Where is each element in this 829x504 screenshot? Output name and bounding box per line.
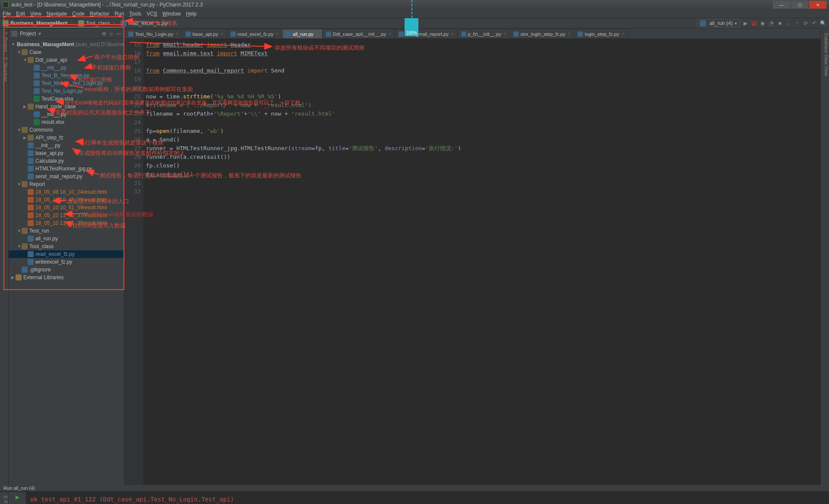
tool-dataview-tab[interactable]: Data View	[824, 54, 829, 76]
vcs-update-icon[interactable]: ↓	[785, 20, 792, 27]
expand-icon[interactable]: ▶	[23, 135, 28, 140]
tree-row[interactable]: Calculate.py	[9, 157, 124, 165]
close-tab-icon[interactable]: ×	[622, 32, 624, 36]
editor-tab[interactable]: p_fz\__init__.py×	[457, 29, 510, 38]
tree-row[interactable]: read_excel_fz.py	[9, 250, 124, 258]
tree-row[interactable]: ▼ Case	[9, 48, 124, 56]
editor-tab[interactable]: all_run.py×	[282, 29, 323, 38]
menu-window[interactable]: Window	[162, 11, 181, 17]
expand-icon[interactable]: ▼	[17, 128, 22, 132]
dropdown-icon[interactable]: ▾	[38, 31, 41, 37]
tree-row[interactable]: 18_05_10 11_00_37result.html	[9, 211, 124, 219]
tool-structure-tab[interactable]: 7: Structure	[0, 57, 8, 82]
collapse-icon[interactable]: ⊕	[102, 31, 106, 37]
close-tab-icon[interactable]: ×	[504, 32, 506, 36]
expand-icon[interactable]: ▶	[23, 104, 28, 109]
tree-row[interactable]: 18_05_10 10_45_39result.html	[9, 196, 124, 204]
breadcrumb-file[interactable]: read_excel_fz.py	[120, 20, 168, 26]
tree-row[interactable]: 18_05_08 18_10_24result.html	[9, 188, 124, 196]
close-tab-icon[interactable]: ×	[389, 32, 391, 36]
code-editor[interactable]: 151617181920212223242526272829303132 fro…	[124, 39, 820, 485]
vcs-history-icon[interactable]: ⟳	[802, 20, 809, 27]
tree-row[interactable]: all_run.py	[9, 235, 124, 243]
menu-file[interactable]: File	[3, 11, 11, 17]
tree-row[interactable]: result.xlsx	[9, 118, 124, 126]
menu-run[interactable]: Run	[114, 11, 124, 17]
maximize-button[interactable]: ▢	[791, 1, 808, 9]
tree-row[interactable]: ▼ Ddt_case_api	[9, 56, 124, 64]
expand-icon[interactable]: ▶	[11, 275, 16, 280]
tree-row[interactable]: TestCase.xlsx	[9, 95, 124, 103]
menu-edit[interactable]: Edit	[16, 11, 25, 17]
expand-icon[interactable]: ▼	[17, 182, 22, 186]
tree-row[interactable]: ▶ API_step_fz	[9, 134, 124, 142]
tree-row[interactable]: HTMLTestRunner_jpg.py	[9, 165, 124, 173]
tree-row[interactable]: 18_05_10 11_31_35result.html	[9, 219, 124, 227]
tree-row[interactable]: __init__.py	[9, 110, 124, 118]
editor-tab[interactable]: Test_No_Login.py×	[124, 29, 182, 38]
editor-tab[interactable]: Ddt_case_api\__init__.py×	[322, 29, 395, 38]
tool-project-tab[interactable]: 1: Project	[0, 32, 8, 52]
close-button[interactable]: ✕	[809, 1, 826, 9]
close-tab-icon[interactable]: ×	[276, 32, 278, 36]
search-icon[interactable]: 🔍	[820, 20, 826, 27]
menu-vcs[interactable]: VCS	[146, 11, 157, 17]
vcs-revert-icon[interactable]: ↶	[811, 20, 818, 27]
minimize-button[interactable]: —	[773, 1, 790, 9]
menu-refactor[interactable]: Refactor	[90, 11, 109, 17]
run-config-dropdown[interactable]: all_run (4)▾	[697, 19, 740, 28]
run-output[interactable]: ok test_api_01_122 (Ddt_case_api.Test_No…	[26, 492, 829, 504]
menu-view[interactable]: View	[30, 11, 41, 17]
close-tab-icon[interactable]: ×	[568, 32, 570, 36]
tree-row[interactable]: send_mail_report.py	[9, 173, 124, 180]
expand-icon[interactable]: ▼	[17, 229, 22, 233]
tool-favorites-tab[interactable]: 2: Favorites	[0, 495, 8, 504]
breadcrumb-mid[interactable]: Tool_class	[78, 20, 110, 26]
close-tab-icon[interactable]: ×	[176, 32, 178, 36]
breadcrumb-root[interactable]: Business_ManageMent	[3, 20, 68, 26]
expand-icon[interactable]: ▼	[11, 42, 15, 47]
code-content[interactable]: from email.header import Headerfrom emai…	[143, 39, 820, 485]
tree-row[interactable]: ▼ Tool_class	[9, 243, 124, 250]
close-tab-icon[interactable]: ×	[221, 32, 223, 36]
expand-icon[interactable]: ▼	[23, 58, 28, 62]
project-tree[interactable]: ▼ Business_ManageMent [auto_test] D:\Bus…	[9, 39, 124, 485]
project-view-icon[interactable]	[11, 31, 17, 37]
editor-tab[interactable]: login_step_fz.py×	[574, 29, 628, 38]
run-button[interactable]: ▶	[742, 20, 749, 27]
editor-tab[interactable]: base_api.py×	[182, 29, 227, 38]
vcs-commit-icon[interactable]: ↑	[794, 20, 801, 27]
editor-tab[interactable]: send_mail_report.py×	[395, 29, 458, 38]
rerun-button[interactable]: ▶	[14, 494, 21, 501]
tool-database-tab[interactable]: Database	[824, 33, 829, 53]
tree-row[interactable]: ▼ Test_run	[9, 227, 124, 235]
close-tab-icon[interactable]: ×	[316, 32, 319, 36]
expand-icon[interactable]: ▼	[17, 244, 22, 249]
tree-row[interactable]: ▼ Business_ManageMent [auto_test] D:\Bus…	[9, 41, 124, 48]
tree-row[interactable]: Test_B_Yes_login.py	[9, 72, 124, 79]
menu-tools[interactable]: Tools	[129, 11, 141, 17]
stop-button[interactable]: ■	[776, 20, 783, 27]
tree-row[interactable]: writeexcel_fz.py	[9, 258, 124, 266]
editor-tab[interactable]: read_excel_fz.py×	[227, 29, 282, 38]
menu-help[interactable]: Help	[186, 11, 197, 17]
menu-navigate[interactable]: Navigate	[47, 11, 67, 17]
tree-row[interactable]: 18_05_10 10_51_59result.html	[9, 204, 124, 211]
profile-button[interactable]: ◔	[768, 20, 775, 27]
coverage-button[interactable]: ◉	[759, 20, 766, 27]
tree-row[interactable]: ▼ Report	[9, 180, 124, 188]
tree-row[interactable]: ▶ External Libraries	[9, 274, 124, 281]
close-tab-icon[interactable]: ×	[451, 32, 454, 36]
expand-icon[interactable]: ▼	[17, 50, 22, 54]
tree-row[interactable]: base_api.py	[9, 149, 124, 157]
editor-tab[interactable]: stor_login_step_fz.py×	[509, 29, 574, 38]
hide-icon[interactable]: —	[116, 31, 121, 37]
tree-row[interactable]: Test_No_Login.py	[9, 87, 124, 95]
tree-row[interactable]: __init__.py	[9, 64, 124, 72]
tree-row[interactable]: ▼ Commons	[9, 126, 124, 134]
menu-code[interactable]: Code	[72, 11, 85, 17]
tree-row[interactable]: .gitignore	[9, 266, 124, 274]
debug-button[interactable]: 🐞	[750, 20, 757, 27]
tree-row[interactable]: Test_Mobile_Yes_Login.py	[9, 79, 124, 87]
gear-icon[interactable]: ☼	[109, 31, 114, 37]
